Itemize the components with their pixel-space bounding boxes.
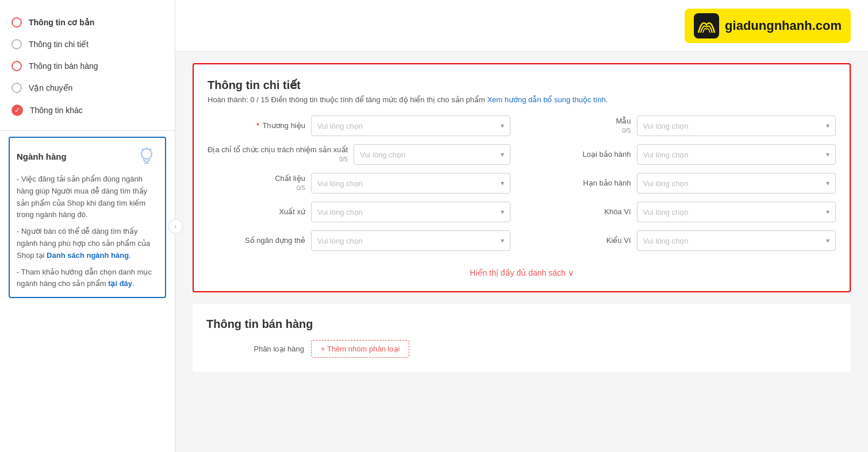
chevron-down-icon: ▾ bbox=[501, 208, 504, 216]
phan-loai-row: Phân loại hàng + Thêm nhóm phân loại bbox=[206, 340, 837, 358]
select-xuat-xu[interactable]: Vui lòng chọn ▾ bbox=[311, 202, 510, 222]
nganh-hang-link2[interactable]: tại đây bbox=[108, 279, 132, 288]
panel-thong-tin-chi-tiet: Thông tin chi tiết Hoàn thành: 0 / 15 Đi… bbox=[193, 63, 851, 292]
phan-loai-label: Phân loại hàng bbox=[206, 345, 304, 353]
chi-tiet-form-grid: * Thương hiệu Vui lòng chọn ▾ Địa ch bbox=[208, 115, 836, 259]
sidebar-label-van-chuyen: Vận chuyển bbox=[29, 83, 72, 92]
chevron-down-icon: ▾ bbox=[501, 150, 504, 159]
select-mau[interactable]: Vui lòng chọn ▾ bbox=[637, 115, 836, 136]
nav-icon-van-chuyen bbox=[11, 83, 22, 93]
sidebar-divider bbox=[0, 130, 175, 131]
sidebar-label-co-ban: Thông tin cơ bản bbox=[29, 18, 94, 27]
nganh-hang-desc1: - Việc đăng tải sản phẩm đúng ngành hàng… bbox=[17, 173, 158, 221]
chevron-down-icon: ▾ bbox=[826, 179, 829, 187]
select-han-bao-hanh[interactable]: Vui lòng chọn ▾ bbox=[637, 173, 836, 194]
svg-line-3 bbox=[150, 149, 151, 150]
nav-icon-co-ban bbox=[11, 17, 22, 28]
nganh-hang-box: Ngành hàng - Việc đăng tải sản phẩm đúng… bbox=[9, 137, 166, 298]
nganh-hang-title: Ngành hàng bbox=[17, 152, 67, 161]
sidebar: Thông tin cơ bản Thông tin chi tiết Thôn… bbox=[0, 0, 175, 452]
add-phan-loai-button[interactable]: + Thêm nhóm phân loại bbox=[311, 340, 409, 358]
field-khoa-vi: Khóa Ví Vui lòng chọn ▾ bbox=[533, 202, 836, 222]
chi-tiet-title: Thông tin chi tiết bbox=[208, 78, 836, 92]
form-col-left: * Thương hiệu Vui lòng chọn ▾ Địa ch bbox=[208, 115, 510, 259]
label-xuat-xu: Xuất xứ bbox=[208, 207, 305, 217]
sidebar-label-chi-tiet: Thông tin chi tiết bbox=[29, 40, 89, 49]
sidebar-label-khac: Thông tin khác bbox=[30, 106, 83, 115]
field-loai-bao-hanh: Loại bảo hành Vui lòng chọn ▾ bbox=[533, 144, 836, 165]
sidebar-label-ban-hang: Thông tin bán hàng bbox=[29, 61, 98, 71]
chi-tiet-subtitle-link[interactable]: Xem hướng dẫn bổ sung thuộc tính bbox=[487, 95, 605, 104]
label-dia-chi-to-chuc: Địa chỉ tổ chức chịu trách nhiệm sản xuấ… bbox=[208, 145, 348, 164]
label-khoa-vi: Khóa Ví bbox=[533, 207, 631, 217]
sidebar-item-thong-tin-khac[interactable]: ✓ Thông tin khác bbox=[0, 99, 175, 122]
sidebar-collapse-button[interactable]: › bbox=[168, 219, 183, 234]
nav-icon-chi-tiet bbox=[11, 39, 22, 49]
sidebar-item-thong-tin-chi-tiet[interactable]: Thông tin chi tiết bbox=[0, 33, 175, 55]
field-thuong-hieu: * Thương hiệu Vui lòng chọn ▾ bbox=[208, 115, 510, 136]
nav-icon-ban-hang bbox=[11, 61, 22, 71]
panel-thong-tin-ban-hang: Thông tin bán hàng Phân loại hàng + Thêm… bbox=[193, 304, 851, 372]
svg-point-0 bbox=[141, 149, 152, 159]
ban-hang-title: Thông tin bán hàng bbox=[206, 318, 837, 331]
sidebar-nav: Thông tin cơ bản Thông tin chi tiết Thôn… bbox=[0, 0, 175, 128]
lightbulb-icon bbox=[135, 145, 158, 168]
sidebar-item-thong-tin-ban-hang[interactable]: Thông tin bán hàng bbox=[0, 55, 175, 77]
select-khoa-vi[interactable]: Vui lòng chọn ▾ bbox=[637, 202, 836, 222]
svg-line-4 bbox=[142, 149, 143, 150]
field-chat-lieu: Chất liệu 0/5 Vui lòng chọn ▾ bbox=[208, 173, 510, 194]
field-dia-chi-to-chuc: Địa chỉ tổ chức chịu trách nhiệm sản xuấ… bbox=[208, 144, 510, 165]
select-chat-lieu[interactable]: Vui lòng chọn ▾ bbox=[311, 173, 510, 194]
content-panels: Thông tin chi tiết Hoàn thành: 0 / 15 Đi… bbox=[175, 52, 868, 383]
label-so-ngan-dung-the: Số ngăn đựng thẻ bbox=[208, 235, 305, 246]
field-han-bao-hanh: Hạn bảo hành Vui lòng chọn ▾ bbox=[533, 173, 836, 194]
field-mau: Mẫu 0/5 Vui lòng chọn ▾ bbox=[533, 115, 836, 136]
chi-tiet-subtitle: Hoàn thành: 0 / 15 Điền thông tin thuộc … bbox=[208, 95, 836, 104]
brand-logo: giadungnhanh.com bbox=[685, 9, 851, 43]
label-chat-lieu: Chất liệu 0/5 bbox=[208, 173, 305, 193]
chevron-down-icon: ▾ bbox=[826, 237, 829, 245]
select-dia-chi-to-chuc[interactable]: Vui lòng chọn ▾ bbox=[354, 144, 510, 165]
logo-icon bbox=[694, 13, 719, 38]
select-thuong-hieu[interactable]: Vui lòng chọn ▾ bbox=[311, 115, 510, 136]
chevron-down-icon: ▾ bbox=[501, 237, 504, 245]
select-loai-bao-hanh[interactable]: Vui lòng chọn ▾ bbox=[637, 144, 836, 165]
chevron-down-icon: ▾ bbox=[826, 208, 829, 216]
chevron-down-icon: ▾ bbox=[501, 179, 504, 187]
chevron-down-icon: ▾ bbox=[501, 122, 504, 130]
chevron-down-icon: ▾ bbox=[826, 150, 829, 159]
show-more-button[interactable]: Hiển thị đầy đủ danh sách ∨ bbox=[208, 268, 836, 277]
label-kieu-vi: Kiểu Ví bbox=[533, 235, 631, 246]
sidebar-item-van-chuyen[interactable]: Vận chuyển bbox=[0, 77, 175, 99]
select-so-ngan-dung-the[interactable]: Vui lòng chọn ▾ bbox=[311, 230, 510, 251]
field-xuat-xu: Xuất xứ Vui lòng chọn ▾ bbox=[208, 202, 510, 222]
select-kieu-vi[interactable]: Vui lòng chọn ▾ bbox=[637, 230, 836, 251]
field-kieu-vi: Kiểu Ví Vui lòng chọn ▾ bbox=[533, 230, 836, 251]
nganh-hang-desc3: - Tham khảo hướng dẫn chọn danh mục ngàn… bbox=[17, 266, 158, 291]
label-loai-bao-hanh: Loại bảo hành bbox=[533, 149, 631, 160]
label-mau: Mẫu 0/5 bbox=[533, 116, 631, 136]
top-bar: giadungnhanh.com bbox=[175, 0, 868, 52]
nganh-hang-link1[interactable]: Danh sách ngành hàng bbox=[47, 251, 129, 260]
nganh-hang-description: - Việc đăng tải sản phẩm đúng ngành hàng… bbox=[17, 173, 158, 290]
chevron-down-icon: ▾ bbox=[826, 122, 829, 130]
logo-text: giadungnhanh.com bbox=[725, 18, 842, 33]
field-so-ngan-dung-the: Số ngăn đựng thẻ Vui lòng chọn ▾ bbox=[208, 230, 510, 251]
sidebar-item-thong-tin-co-ban[interactable]: Thông tin cơ bản bbox=[0, 11, 175, 33]
main-content: giadungnhanh.com Thông tin chi tiết Hoàn… bbox=[175, 0, 868, 452]
label-han-bao-hanh: Hạn bảo hành bbox=[533, 178, 631, 188]
form-col-right: Mẫu 0/5 Vui lòng chọn ▾ Loại bảo hàn bbox=[533, 115, 836, 259]
label-thuong-hieu: * Thương hiệu bbox=[208, 121, 305, 131]
nav-icon-khac: ✓ bbox=[11, 105, 23, 116]
nganh-hang-header: Ngành hàng bbox=[17, 145, 158, 168]
nganh-hang-desc2: - Người bán có thể dễ dàng tìm thấy ngàn… bbox=[17, 226, 158, 261]
